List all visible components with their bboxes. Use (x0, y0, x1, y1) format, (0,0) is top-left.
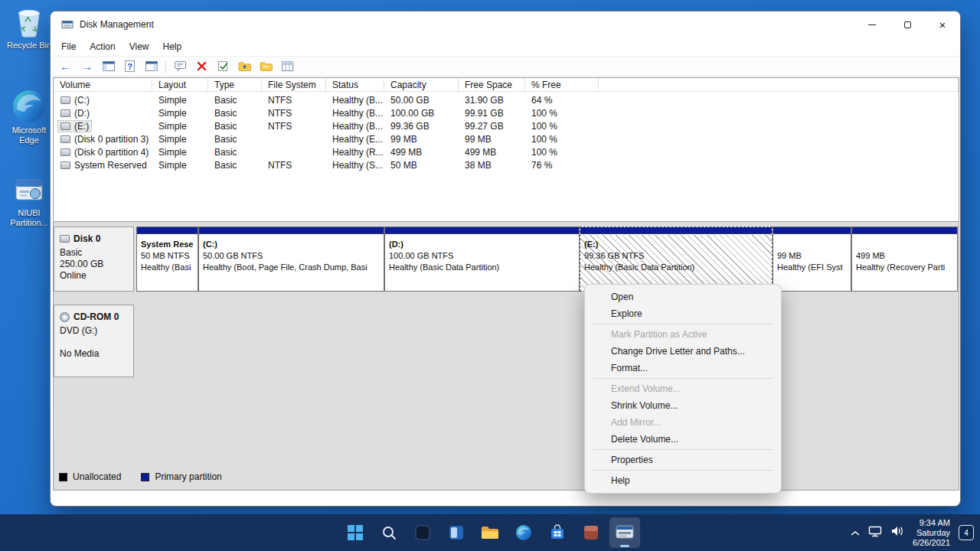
tray-chevron-button[interactable] (851, 526, 860, 540)
maximize-button[interactable] (890, 11, 925, 37)
partition-e-selected[interactable]: (E:) 99.36 GB NTFS Healthy (Basic Data P… (580, 227, 773, 292)
disk-0-header[interactable]: Disk 0 Basic 250.00 GB Online (54, 227, 134, 292)
column-header-type[interactable]: Type (208, 78, 262, 92)
start-button[interactable] (340, 517, 371, 548)
partition-efi[interactable]: 99 MB Healthy (EFI Syst (773, 227, 851, 292)
widgets-button[interactable] (441, 517, 472, 548)
legend-unallocated: Unallocated (59, 471, 121, 482)
cell-volume: (Disk 0 partition 4) (54, 146, 152, 159)
menu-item-mark-partition-active: Mark Partition as Active (585, 326, 781, 343)
menu-item-change-drive-letter[interactable]: Change Drive Letter and Paths... (585, 343, 781, 360)
menu-item-explore[interactable]: Explore (585, 305, 781, 322)
grid-button[interactable] (280, 59, 295, 73)
volume-button[interactable] (890, 525, 904, 540)
drive-icon (60, 96, 70, 104)
edge-icon (515, 524, 532, 541)
partition-recovery[interactable]: 499 MB Healthy (Recovery Parti (851, 227, 958, 292)
menu-item-properties[interactable]: Properties (585, 452, 781, 468)
store-bag-icon (549, 524, 566, 541)
edge-icon (11, 89, 47, 124)
partition-system-reserved[interactable]: System Rese 50 MB NTFS Healthy (Basi (136, 227, 198, 292)
folder-up-button[interactable] (237, 59, 252, 73)
menu-item-format[interactable]: Format... (585, 360, 781, 377)
cell-status: Healthy (B... (326, 120, 384, 133)
folder-button[interactable] (259, 59, 273, 73)
window-title: Disk Management (80, 19, 154, 30)
menu-item-help[interactable]: Help (585, 472, 781, 489)
cell-pct-free: 64 % (525, 94, 599, 107)
cell-pct-free: 100 % (525, 120, 599, 133)
file-explorer-button[interactable] (475, 517, 505, 548)
menu-separator (593, 324, 773, 324)
help-button[interactable]: ? (122, 59, 137, 73)
red-x-button[interactable] (194, 59, 209, 73)
column-header-volume[interactable]: Volume (54, 78, 152, 92)
edge-button[interactable] (508, 517, 539, 548)
cdrom-name: CD-ROM 0 (74, 311, 119, 322)
task-view-button[interactable] (407, 517, 438, 548)
disk-management-button[interactable] (609, 517, 640, 548)
menu-file[interactable]: File (54, 38, 83, 55)
disk-icon (60, 235, 70, 243)
partition-title: (C:) (203, 239, 384, 250)
menu-item-open[interactable]: Open (585, 289, 781, 305)
partition-c[interactable]: (C:) 50.00 GB NTFS Healthy (Boot, Page F… (198, 227, 384, 292)
column-header-status[interactable]: Status (326, 78, 384, 92)
desktop-icon-recycle-bin[interactable]: Recycle Bin (4, 4, 54, 51)
menu-action[interactable]: Action (83, 38, 122, 55)
clock-weekday: Saturday (913, 528, 950, 538)
store-button[interactable] (542, 517, 573, 548)
partition-app-button[interactable] (576, 517, 606, 548)
menu-item-shrink-volume[interactable]: Shrink Volume... (585, 397, 781, 414)
network-button[interactable] (868, 526, 882, 540)
check-button[interactable] (216, 59, 230, 73)
title-bar[interactable]: Disk Management × (51, 11, 960, 37)
forward-button[interactable]: → (80, 59, 94, 73)
column-header-pct-free[interactable]: % Free (525, 78, 599, 92)
menu-item-delete-volume[interactable]: Delete Volume... (585, 431, 781, 448)
partition-d[interactable]: (D:) 100.00 GB NTFS Healthy (Basic Data … (384, 227, 580, 292)
volume-row-system-reserved[interactable]: System Reserved Simple Basic NTFS Health… (54, 159, 959, 172)
taskbar: 9:34 AM Saturday 6/26/2021 4 (0, 514, 980, 551)
volume-row-partition-4[interactable]: (Disk 0 partition 4) Simple Basic Health… (54, 146, 959, 159)
volume-row-d[interactable]: (D:) Simple Basic NTFS Healthy (B... 100… (54, 107, 959, 120)
notification-center-button[interactable]: 4 (959, 525, 974, 540)
cell-pct-free: 100 % (525, 146, 599, 159)
column-header-free-space[interactable]: Free Space (459, 78, 525, 92)
volume-row-e[interactable]: (E:) Simple Basic NTFS Healthy (B... 99.… (54, 120, 959, 133)
notification-count-badge: 4 (964, 529, 969, 537)
windows-logo-icon (347, 524, 364, 541)
disk-kind: Basic (60, 247, 128, 259)
dialog-window-icon (175, 61, 186, 72)
desktop-icon-microsoft-edge[interactable]: Microsoft Edge (4, 89, 54, 145)
graphical-view-pane: Disk 0 Basic 250.00 GB Online System Res… (54, 221, 959, 490)
cell-free-space: 499 MB (459, 146, 525, 159)
menu-view[interactable]: View (122, 38, 156, 55)
dialog-button[interactable] (173, 59, 188, 73)
disk-management-app-icon (61, 18, 74, 31)
cell-pct-free: 100 % (525, 107, 599, 120)
close-button[interactable]: × (925, 11, 960, 37)
console-tree-button[interactable] (101, 59, 116, 73)
desktop: Recycle Bin Microsoft Edge NIUBI Partiti… (0, 0, 980, 551)
column-header-file-system[interactable]: File System (262, 78, 326, 92)
cdrom-0-header[interactable]: CD-ROM 0 DVD (G:) No Media (54, 305, 134, 377)
menu-help[interactable]: Help (156, 38, 189, 55)
context-menu: Open Explore Mark Partition as Active Ch… (584, 284, 782, 494)
cell-type: Basic (208, 107, 262, 120)
minimize-button[interactable] (854, 11, 890, 37)
cell-layout: Simple (152, 159, 208, 172)
volume-row-c[interactable]: (C:) Simple Basic NTFS Healthy (B... 50.… (54, 94, 959, 107)
back-button[interactable]: ← (58, 59, 73, 73)
column-header-capacity[interactable]: Capacity (384, 78, 459, 92)
desktop-icon-niubi-partition[interactable]: NIUBI Partition... (4, 173, 54, 228)
recycle-bin-icon (13, 4, 45, 39)
column-header-layout[interactable]: Layout (152, 78, 208, 92)
volume-row-partition-3[interactable]: (Disk 0 partition 3) Simple Basic Health… (54, 133, 959, 146)
action-pane-button[interactable] (144, 59, 158, 73)
clock[interactable]: 9:34 AM Saturday 6/26/2021 (913, 518, 950, 548)
search-button[interactable] (374, 517, 404, 548)
folder-icon (481, 525, 499, 540)
primary-partition-color-bar (773, 227, 851, 234)
menu-item-extend-volume: Extend Volume... (585, 380, 781, 397)
